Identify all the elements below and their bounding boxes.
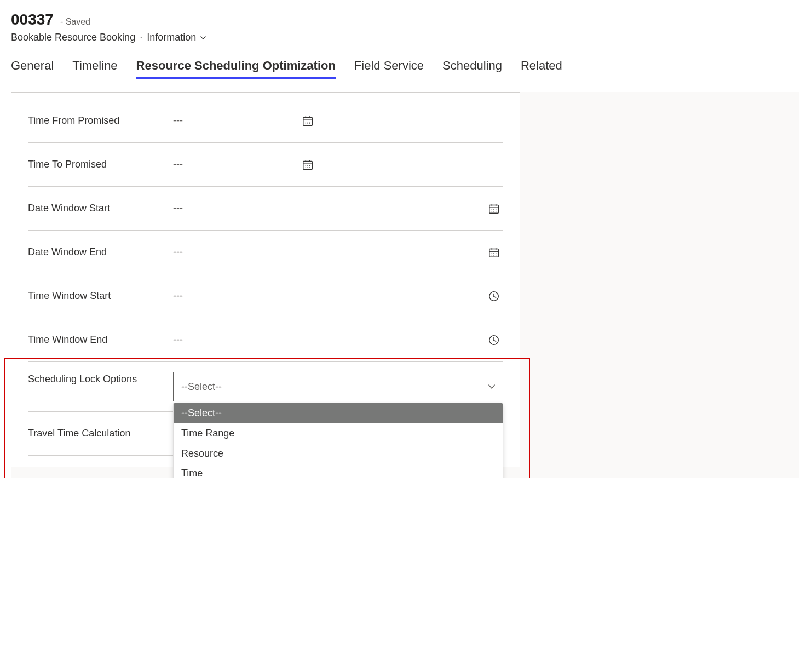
field-value: --- [173,246,183,258]
dropdown-list: --Select-- Time Range Resource Time Reso… [173,403,503,478]
chevron-down-icon [199,34,207,42]
field-label: Time To Promised [28,157,173,172]
entity-name: Bookable Resource Booking [11,32,135,43]
field-value: --- [173,159,183,170]
select-placeholder: --Select-- [181,381,222,393]
chevron-down-icon [487,382,497,392]
field-time-from-promised[interactable]: Time From Promised --- [28,99,503,143]
field-scheduling-lock-options: Scheduling Lock Options --Select-- --Sel… [28,362,503,412]
form-panel: Time From Promised --- Time To Promised … [11,92,520,467]
tab-related[interactable]: Related [521,59,562,79]
dropdown-option-select[interactable]: --Select-- [174,403,503,423]
field-time-to-promised[interactable]: Time To Promised --- [28,143,503,187]
record-title: 00337 [11,11,54,28]
tab-timeline[interactable]: Timeline [72,59,117,79]
tab-field-service[interactable]: Field Service [354,59,424,79]
clock-icon[interactable] [488,290,500,302]
dropdown-option-time-range[interactable]: Time Range [174,423,503,444]
dropdown-option-resource[interactable]: Resource [174,444,503,464]
field-label: Time Window Start [28,289,173,303]
field-value: --- [173,115,183,127]
field-label: Time Window End [28,332,173,347]
calendar-icon[interactable] [488,246,500,258]
field-time-window-end[interactable]: Time Window End --- [28,318,503,362]
calendar-icon[interactable] [488,203,500,215]
field-label: Scheduling Lock Options [28,372,173,387]
scheduling-lock-select[interactable]: --Select-- [173,372,503,401]
select-caret[interactable] [480,372,503,401]
field-value: --- [173,290,183,302]
field-label: Travel Time Calculation [28,426,173,441]
field-value: --- [173,334,183,346]
clock-icon[interactable] [488,334,500,346]
saved-status: - Saved [60,17,90,27]
field-label: Date Window Start [28,201,173,216]
form-selector[interactable]: Information [147,32,207,43]
separator-dot: · [140,32,142,43]
calendar-icon[interactable] [302,159,314,171]
tabs: General Timeline Resource Scheduling Opt… [11,59,801,79]
field-label: Date Window End [28,245,173,260]
field-label: Time From Promised [28,113,173,128]
field-date-window-start[interactable]: Date Window Start --- [28,187,503,231]
form-name: Information [147,32,196,43]
dropdown-option-time[interactable]: Time [174,463,503,478]
field-date-window-end[interactable]: Date Window End --- [28,231,503,274]
tab-general[interactable]: General [11,59,54,79]
field-time-window-start[interactable]: Time Window Start --- [28,274,503,318]
tab-scheduling[interactable]: Scheduling [442,59,502,79]
tab-rso[interactable]: Resource Scheduling Optimization [136,59,336,79]
calendar-icon[interactable] [302,115,314,127]
field-value: --- [173,203,183,214]
